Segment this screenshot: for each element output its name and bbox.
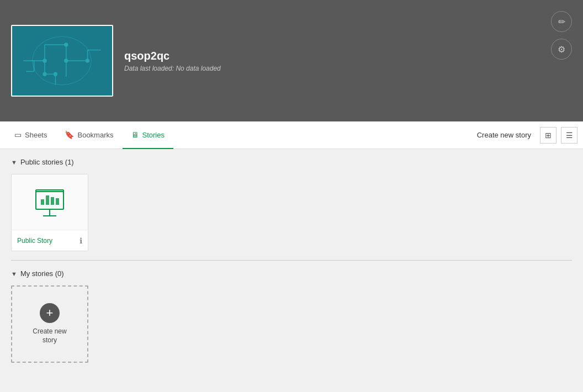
svg-point-15 bbox=[65, 59, 68, 62]
app-thumbnail bbox=[11, 25, 113, 97]
tab-sheets[interactable]: ▭ Sheets bbox=[6, 121, 56, 149]
my-stories-section-header[interactable]: ▼ My stories (0) bbox=[11, 269, 572, 278]
public-story-thumbnail bbox=[12, 174, 88, 230]
section-divider bbox=[11, 260, 572, 261]
svg-point-16 bbox=[86, 59, 89, 62]
content-area: ▼ Public stories (1) bbox=[0, 149, 583, 392]
create-new-story-button[interactable]: Create new story bbox=[473, 129, 536, 141]
svg-point-17 bbox=[65, 43, 68, 46]
svg-point-14 bbox=[43, 59, 46, 62]
tab-sheets-label: Sheets bbox=[25, 131, 47, 139]
svg-rect-23 bbox=[46, 195, 49, 205]
public-stories-chevron: ▼ bbox=[11, 159, 17, 166]
grid-view-icon: ⊞ bbox=[545, 131, 552, 140]
tab-stories-label: Stories bbox=[142, 131, 165, 139]
tab-bookmarks-label: Bookmarks bbox=[77, 131, 113, 139]
public-story-footer: Public Story ℹ bbox=[12, 230, 88, 251]
edit-button[interactable]: ✏ bbox=[551, 11, 572, 32]
tab-bookmarks[interactable]: 🔖 Bookmarks bbox=[56, 121, 122, 149]
svg-point-18 bbox=[43, 72, 46, 76]
svg-point-19 bbox=[54, 72, 57, 76]
bookmark-icon: 🔖 bbox=[65, 130, 74, 139]
tabs-bar: ▭ Sheets 🔖 Bookmarks 🖥 Stories Create ne… bbox=[0, 121, 583, 149]
my-stories-chevron: ▼ bbox=[11, 271, 17, 277]
list-view-icon: ☰ bbox=[566, 131, 573, 140]
my-stories-cards: + Create newstory bbox=[11, 285, 572, 363]
header-actions: ✏ ⚙ bbox=[551, 11, 572, 60]
sheet-icon: ▭ bbox=[14, 130, 22, 139]
svg-rect-25 bbox=[56, 198, 59, 205]
pencil-icon: ✏ bbox=[558, 17, 565, 27]
public-stories-label: Public stories (1) bbox=[20, 158, 74, 166]
settings-button[interactable]: ⚙ bbox=[551, 39, 572, 60]
list-view-button[interactable]: ☰ bbox=[561, 127, 577, 144]
app-title: qsop2qc bbox=[124, 50, 221, 62]
gear-icon: ⚙ bbox=[558, 44, 565, 55]
app-subtitle: Data last loaded: No data loaded bbox=[124, 65, 221, 72]
public-story-name: Public Story bbox=[17, 237, 52, 245]
svg-rect-21 bbox=[36, 190, 63, 209]
svg-rect-22 bbox=[41, 199, 44, 205]
tabs-right-actions: Create new story ⊞ ☰ bbox=[473, 127, 577, 144]
public-stories-section-header[interactable]: ▼ Public stories (1) bbox=[11, 158, 572, 166]
tab-stories[interactable]: 🖥 Stories bbox=[123, 121, 173, 149]
my-stories-label: My stories (0) bbox=[20, 269, 64, 278]
app-header: qsop2qc Data last loaded: No data loaded… bbox=[0, 0, 583, 121]
info-icon[interactable]: ℹ bbox=[80, 236, 82, 245]
create-new-story-label: Create new story bbox=[477, 131, 531, 139]
plus-icon: + bbox=[40, 303, 60, 323]
stories-icon: 🖥 bbox=[131, 130, 139, 139]
app-info: qsop2qc Data last loaded: No data loaded bbox=[124, 50, 221, 72]
create-new-story-card[interactable]: + Create newstory bbox=[11, 285, 88, 363]
public-stories-cards: Public Story ℹ bbox=[11, 174, 572, 251]
create-card-label: Create newstory bbox=[33, 327, 66, 345]
public-story-card[interactable]: Public Story ℹ bbox=[11, 174, 88, 251]
grid-view-button[interactable]: ⊞ bbox=[540, 127, 556, 144]
svg-rect-24 bbox=[51, 197, 54, 205]
